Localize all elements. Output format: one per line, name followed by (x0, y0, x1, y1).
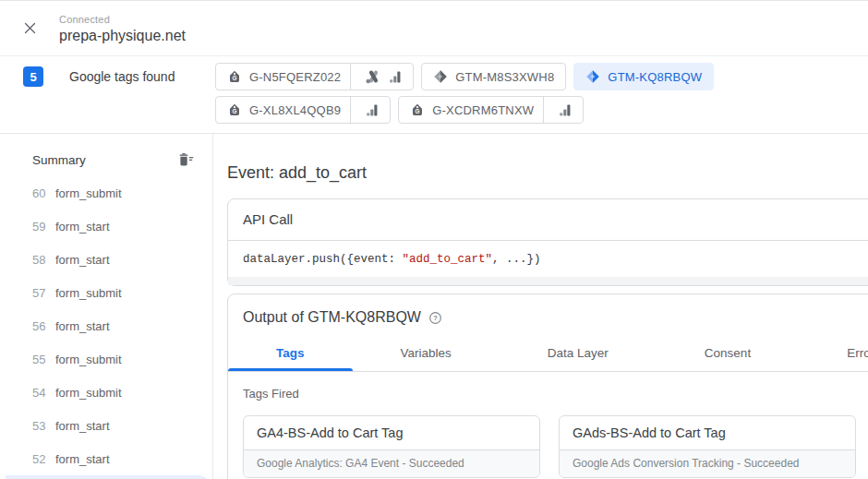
summary-sidebar: Summary 60 form_submit 59 form_sta (0, 134, 213, 479)
event-number: 58 (32, 253, 47, 267)
clear-list-icon (176, 151, 194, 168)
tags-found-label: Google tags found (69, 69, 175, 84)
connection-header: Connected prepa-physique.net (0, 1, 868, 56)
fired-tags-row: GA4-BS-Add to Cart Tag Google Analytics:… (243, 415, 868, 478)
summary-list-item[interactable]: 57 form_submit (0, 276, 212, 309)
tag-chip-g-xl8xl4qqb9[interactable]: G G-XL8XL4QQB9 (215, 96, 391, 124)
tag-id: GTM-M8S3XWH8 (455, 70, 554, 84)
fired-tag-name: GA4-BS-Add to Cart Tag (244, 416, 539, 450)
event-number: 52 (32, 452, 47, 466)
close-icon (22, 20, 38, 36)
connection-info: Connected prepa-physique.net (59, 12, 186, 44)
fired-tag-status: Google Analytics: GA4 Event - Succeeded (244, 450, 539, 477)
tab-variables[interactable]: Variables (353, 334, 500, 371)
event-number: 59 (32, 220, 47, 234)
tag-id: G-XL8XL4QQB9 (249, 103, 341, 117)
event-number: 55 (32, 353, 47, 366)
svg-text:G: G (416, 108, 420, 114)
summary-list-item[interactable]: 54 form_submit (0, 376, 212, 409)
event-name: form_submit (55, 386, 122, 400)
event-name: form_submit (55, 353, 122, 366)
output-header: Output of GTM-KQ8RBQW ? (228, 294, 868, 328)
tag-id: GTM-KQ8RBQW (608, 70, 702, 84)
fired-tag-status: Google Ads Conversion Tracking - Succeed… (560, 450, 855, 477)
api-call-card: API Call dataLayer.push({event: "add_to_… (227, 198, 868, 286)
tag-chip-g-n5fqerz022[interactable]: G G-N5FQERZ022 (215, 63, 414, 90)
google-analytics-icon (365, 103, 379, 117)
google-tags-bar: 5 Google tags found G G-N5FQERZ022 (0, 56, 868, 134)
tag-chip-g-xcdrm6tnxw[interactable]: G G-XCDRM6TNXW (398, 96, 584, 124)
chip-divider (350, 97, 351, 123)
tab-errors[interactable]: Errors (799, 334, 868, 371)
event-number: 54 (32, 386, 47, 400)
google-ads-icon (365, 69, 382, 84)
event-number: 56 (32, 319, 47, 333)
tab-data-layer[interactable]: Data Layer (500, 334, 657, 371)
code-suffix: , ...}) (492, 253, 541, 266)
tag-chip-gtm-kq8rbqw-selected[interactable]: GTM-KQ8RBQW (573, 63, 714, 90)
summary-list-item[interactable]: 52 form_start (0, 442, 212, 475)
summary-list-item[interactable]: 55 form_submit (0, 342, 212, 376)
tab-consent[interactable]: Consent (657, 334, 799, 371)
event-title: Event: add_to_cart (227, 162, 868, 184)
output-tabs: Tags Variables Data Layer Consent Errors (228, 334, 868, 372)
gtm-output-card: Output of GTM-KQ8RBQW ? Tags Variables D… (227, 293, 868, 479)
summary-header: Summary (0, 149, 212, 171)
event-number: 60 (32, 186, 47, 200)
svg-text:?: ? (433, 314, 438, 322)
tab-tags[interactable]: Tags (228, 334, 353, 371)
summary-list-item[interactable]: 59 form_start (0, 210, 212, 243)
code-string-value: "add_to_cart" (403, 253, 493, 266)
event-name: form_start (55, 220, 110, 234)
google-tag-icon: G (227, 69, 242, 84)
code-prefix: dataLayer.push({event: (243, 253, 403, 266)
clear-list-button[interactable] (176, 151, 194, 168)
summary-title: Summary (32, 153, 176, 167)
chip-divider (543, 97, 544, 123)
api-call-code: dataLayer.push({event: "add_to_cart", ..… (228, 241, 868, 268)
event-detail-panel: Event: add_to_cart API Call dataLayer.pu… (213, 134, 868, 479)
summary-list-item-selected[interactable] (6, 475, 212, 479)
svg-text:G: G (233, 108, 237, 114)
google-tag-icon: G (410, 102, 425, 117)
fired-tag-name: GAds-BS-Add to Cart Tag (560, 416, 855, 450)
help-icon: ? (428, 311, 442, 325)
tags-fired-label: Tags Fired (243, 387, 868, 401)
event-name: form_start (55, 419, 110, 433)
event-number: 53 (32, 419, 47, 433)
tag-id: G-N5FQERZ022 (249, 70, 341, 84)
tag-id: G-XCDRM6TNXW (432, 103, 534, 117)
summary-list-item[interactable]: 53 form_start (0, 409, 212, 442)
chip-divider (350, 64, 351, 90)
tags-tab-content: Tags Fired GA4-BS-Add to Cart Tag Google… (228, 372, 868, 479)
event-name: form_start (55, 452, 110, 466)
google-analytics-icon (388, 70, 402, 84)
tag-chip-gtm-m8s3xwh8[interactable]: GTM-M8S3XWH8 (421, 63, 566, 90)
event-name: form_submit (55, 286, 122, 300)
tag-assistant-window: Connected prepa-physique.net 5 Google ta… (0, 0, 868, 479)
api-call-title: API Call (228, 199, 868, 241)
svg-text:G: G (233, 75, 237, 81)
close-button[interactable] (18, 18, 41, 40)
event-name: form_start (55, 253, 110, 267)
tags-count-group: 5 Google tags found (0, 66, 215, 87)
connection-status: Connected (59, 14, 186, 25)
fired-tag-card-ga4[interactable]: GA4-BS-Add to Cart Tag Google Analytics:… (243, 415, 540, 478)
content-area: Summary 60 form_submit 59 form_sta (0, 134, 868, 479)
event-name: form_submit (55, 186, 122, 200)
summary-list-item[interactable]: 56 form_start (0, 309, 212, 342)
event-name: form_start (55, 319, 110, 333)
code-scrollbar-track[interactable] (228, 277, 868, 285)
output-title: Output of GTM-KQ8RBQW (243, 307, 421, 328)
summary-list-item[interactable]: 60 form_submit (0, 176, 212, 210)
google-tag-icon: G (227, 102, 242, 117)
google-analytics-icon (558, 103, 572, 117)
connected-domain: prepa-physique.net (59, 28, 186, 44)
help-button[interactable]: ? (428, 311, 442, 325)
google-tag-manager-icon (585, 69, 600, 84)
fired-tag-card-gads[interactable]: GAds-BS-Add to Cart Tag Google Ads Conve… (559, 415, 856, 478)
event-number: 57 (32, 286, 47, 300)
tags-count-badge: 5 (23, 66, 43, 87)
summary-list-item[interactable]: 58 form_start (0, 243, 212, 276)
google-tag-manager-icon (433, 69, 448, 84)
